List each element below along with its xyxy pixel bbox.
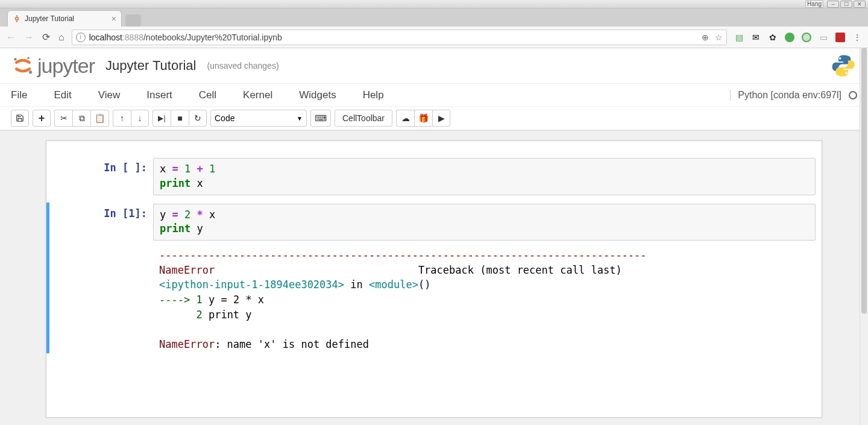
input-prompt: In [1]:: [49, 204, 153, 241]
python-logo-icon: [831, 53, 856, 78]
gift-button[interactable]: 🎁: [414, 110, 432, 127]
command-palette-button[interactable]: ⌨: [310, 110, 331, 127]
ext-icon-chat[interactable]: ▭: [819, 33, 828, 42]
interrupt-button[interactable]: ■: [171, 110, 189, 127]
svg-point-4: [29, 71, 32, 74]
celltoolbar-button[interactable]: CellToolbar: [335, 110, 392, 127]
output-text: ----------------------------------------…: [159, 248, 810, 351]
svg-point-6: [839, 57, 841, 60]
jupyter-favicon: [13, 14, 21, 23]
code-text: y = 2 * x print y: [160, 208, 809, 237]
kernel-idle-icon: [849, 91, 857, 99]
svg-point-2: [16, 21, 17, 22]
ext-icon-mail[interactable]: ✉: [751, 33, 761, 42]
output-area: ----------------------------------------…: [153, 243, 816, 351]
page-viewport: jupyter Jupyter Tutorial (unsaved change…: [0, 48, 868, 425]
new-tab-button[interactable]: [125, 14, 141, 27]
code-input-area[interactable]: y = 2 * x print y: [153, 204, 816, 241]
video-button[interactable]: ▶: [432, 110, 450, 127]
ext-icon-evernote[interactable]: ✿: [768, 33, 778, 42]
code-text: x = 1 + 1 print x: [160, 162, 809, 191]
svg-point-1: [16, 15, 17, 16]
back-button[interactable]: ←: [6, 32, 16, 43]
kernel-name-label: Python [conda env:697l]: [738, 90, 841, 101]
site-info-icon[interactable]: i: [76, 33, 86, 42]
bookmark-star-icon[interactable]: ☆: [715, 33, 723, 42]
extension-icons: ▤ ✉ ✿ ▭ ⋮: [734, 33, 862, 42]
svg-point-0: [16, 17, 19, 20]
notebook-name[interactable]: Jupyter Tutorial: [105, 58, 196, 74]
save-status: (unsaved changes): [207, 61, 278, 71]
move-down-button[interactable]: ↓: [131, 110, 149, 127]
ext-icon-lastpass[interactable]: [835, 33, 845, 42]
jupyter-toolbar: + ✂ ⧉ 📋 ↑ ↓ ▶| ■ ↻ Code ▼ ⌨ CellToolbar: [0, 106, 868, 130]
notebook-scroll-area[interactable]: In [ ]: x = 1 + 1 print x In [1]: y = 2 …: [0, 131, 868, 425]
url-port: :8888: [122, 33, 143, 42]
os-close-button[interactable]: ✕: [854, 1, 866, 8]
ext-icon-grammarly[interactable]: [802, 33, 811, 42]
output-prompt: [49, 243, 153, 351]
paste-button[interactable]: 📋: [90, 110, 109, 127]
vertical-scrollbar[interactable]: [860, 48, 868, 425]
home-button[interactable]: ⌂: [58, 32, 64, 43]
menu-widgets[interactable]: Widgets: [299, 89, 336, 101]
move-up-button[interactable]: ↑: [113, 110, 131, 127]
os-minimize-button[interactable]: –: [827, 1, 839, 8]
scrollbar-thumb[interactable]: [861, 48, 867, 313]
svg-point-5: [27, 57, 30, 60]
dropdown-caret-icon: ▼: [297, 115, 303, 122]
menu-help[interactable]: Help: [363, 89, 384, 101]
copy-button[interactable]: ⧉: [72, 110, 90, 127]
input-prompt: In [ ]:: [49, 158, 153, 195]
menu-file[interactable]: File: [11, 89, 27, 101]
url-host: localhost: [89, 33, 122, 42]
url-path: /notebooks/Jupyter%20Tutorial.ipynb: [143, 33, 282, 42]
upload-button[interactable]: ☁: [396, 110, 414, 127]
save-button[interactable]: [11, 110, 29, 127]
ext-icon-1[interactable]: ▤: [734, 33, 744, 42]
os-titlebar: Hang – ☐ ✕: [0, 0, 868, 8]
run-button[interactable]: ▶|: [153, 110, 171, 127]
jupyter-logo-text: jupyter: [37, 54, 95, 78]
jupyter-logo[interactable]: jupyter: [12, 54, 95, 78]
os-user-label: Hang: [805, 0, 823, 8]
cell-type-value: Code: [215, 113, 234, 123]
code-cell[interactable]: In [ ]: x = 1 + 1 print x: [46, 157, 822, 197]
jupyter-menubar: File Edit View Insert Cell Kernel Widget…: [0, 83, 868, 106]
forward-button[interactable]: →: [24, 32, 34, 43]
browser-toolbar: ← → ⟳ ⌂ i localhost:8888/notebooks/Jupyt…: [0, 27, 868, 48]
zoom-icon[interactable]: ⊕: [702, 33, 709, 42]
svg-point-7: [846, 72, 848, 75]
cut-button[interactable]: ✂: [54, 110, 72, 127]
tab-close-icon[interactable]: ×: [112, 14, 116, 24]
svg-point-3: [14, 58, 17, 61]
address-bar[interactable]: i localhost:8888/notebooks/Jupyter%20Tut…: [72, 30, 727, 45]
menu-kernel[interactable]: Kernel: [243, 89, 272, 101]
code-input-area[interactable]: x = 1 + 1 print x: [153, 158, 816, 195]
menu-view[interactable]: View: [98, 89, 121, 101]
browser-tab-active[interactable]: Jupyter Tutorial ×: [7, 10, 122, 27]
os-maximize-button[interactable]: ☐: [840, 1, 852, 8]
browser-tabstrip: Jupyter Tutorial ×: [0, 8, 868, 27]
menu-cell[interactable]: Cell: [199, 89, 216, 101]
code-cell-selected[interactable]: In [1]: y = 2 * x print y: [46, 203, 822, 242]
chrome-menu-icon[interactable]: ⋮: [852, 33, 862, 42]
nav-controls: ← → ⟳ ⌂: [6, 31, 64, 43]
menu-edit[interactable]: Edit: [54, 89, 71, 101]
ext-icon-dot[interactable]: [785, 33, 794, 42]
restart-button[interactable]: ↻: [189, 110, 207, 127]
browser-tab-title: Jupyter Tutorial: [25, 14, 108, 23]
add-cell-button[interactable]: +: [33, 110, 51, 127]
menu-insert[interactable]: Insert: [146, 89, 172, 101]
jupyter-header: jupyter Jupyter Tutorial (unsaved change…: [0, 48, 868, 131]
notebook-container: In [ ]: x = 1 + 1 print x In [1]: y = 2 …: [46, 140, 822, 418]
cell-type-select[interactable]: Code ▼: [210, 110, 307, 127]
code-cell-output: ----------------------------------------…: [46, 242, 822, 353]
reload-button[interactable]: ⟳: [42, 31, 50, 43]
